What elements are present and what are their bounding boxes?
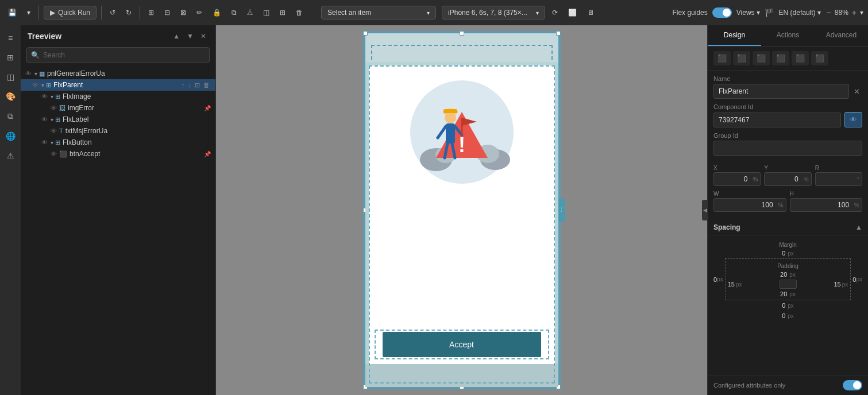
tool-btn-2[interactable]: ⊟	[161, 6, 173, 19]
treeview-collapse-up[interactable]: ▲	[171, 31, 182, 41]
dropdown-button[interactable]: ▾	[24, 6, 34, 19]
visibility-icon[interactable]: 👁	[51, 127, 57, 134]
device-selector[interactable]: Select an item ▾	[321, 6, 436, 20]
device-label[interactable]: iPhone 6, 6s, 7, 8 (375×... ▾	[442, 6, 545, 20]
tree-label: FlxParent	[53, 81, 179, 89]
tool-btn-8[interactable]: ◫	[260, 6, 273, 19]
layout-btn-2[interactable]: 🖥	[584, 6, 597, 19]
tree-node-imgError[interactable]: 👁 🖼 imgError 📌	[21, 102, 215, 114]
treeview-close[interactable]: ✕	[198, 31, 209, 41]
sidebar-icon-theme[interactable]: 🎨	[2, 88, 19, 104]
quick-run-button[interactable]: ▶ Quick Run	[44, 6, 97, 20]
visibility-icon[interactable]: 👁	[41, 139, 48, 146]
w-field: W %	[713, 191, 786, 212]
align-top-button[interactable]: ⬛	[772, 51, 789, 65]
panel-collapse-button[interactable]: ◀	[702, 200, 708, 220]
bottom-footer: Configured attributes only	[708, 375, 868, 395]
visibility-icon[interactable]: 👁	[25, 70, 32, 77]
h-input[interactable]	[790, 199, 852, 211]
undo-button[interactable]: ↺	[106, 6, 119, 19]
selection-handle-tl[interactable]	[363, 31, 368, 36]
redo-button[interactable]: ↻	[122, 6, 135, 19]
tree-node-txtMsjErrorUa[interactable]: 👁 T txtMsjErrorUa	[21, 125, 215, 137]
flex-guides-toggle[interactable]	[712, 7, 732, 18]
tree-label: txtMsjErrorUa	[65, 127, 211, 135]
tool-btn-7[interactable]: ⧊	[244, 6, 256, 19]
tree-node-FlxButton[interactable]: 👁 ▾ ⊞ FlxButton	[21, 137, 215, 148]
delete-button[interactable]: 🗑	[202, 82, 211, 89]
align-left-button[interactable]: ⬛	[713, 51, 731, 65]
tab-advanced[interactable]: Advanced	[815, 25, 868, 46]
sidebar-icon-layout[interactable]: ⧉	[4, 108, 17, 125]
tool-btn-9[interactable]: ⊞	[276, 6, 289, 19]
align-bottom-button[interactable]: ⬛	[811, 51, 828, 65]
layout-btn-1[interactable]: ⬜	[565, 6, 580, 19]
refresh-button[interactable]: ⟳	[549, 6, 561, 19]
visibility-icon[interactable]: 👁	[41, 116, 48, 123]
selection-handle-tr[interactable]	[556, 31, 561, 36]
align-center-v-button[interactable]: ⬛	[792, 51, 809, 65]
chevron-down-icon[interactable]: ▾	[41, 82, 44, 88]
tab-actions[interactable]: Actions	[761, 25, 815, 46]
flex-guides-label: Flex guides	[672, 9, 707, 17]
align-right-button[interactable]: ⬛	[753, 51, 770, 65]
treeview-collapse-down[interactable]: ▼	[184, 31, 196, 41]
configured-toggle[interactable]	[843, 380, 862, 390]
tool-btn-5[interactable]: 🔒	[209, 6, 225, 19]
save-button[interactable]: 💾	[5, 6, 20, 19]
align-center-h-button[interactable]: ⬛	[733, 51, 750, 65]
visibility-icon[interactable]: 👁	[51, 104, 57, 111]
chevron-down-icon[interactable]: ▾	[34, 71, 37, 77]
tool-btn-3[interactable]: ⊠	[177, 6, 190, 19]
language-button[interactable]: EN (default) ▾	[779, 9, 821, 17]
visibility-icon[interactable]: 👁	[32, 82, 38, 88]
tree-node-FlxImage[interactable]: 👁 ▾ ⊞ FlxImage	[21, 91, 215, 102]
component-id-eye-button[interactable]: 👁	[844, 112, 862, 127]
tool-btn-1[interactable]: ⊞	[145, 6, 157, 19]
zoom-out-button[interactable]: −	[825, 8, 832, 17]
side-handle[interactable]: ···	[558, 199, 565, 222]
tree-node-pnlGeneralErrorUa[interactable]: 👁 ▾ ▦ pnlGeneralErrorUa	[21, 68, 215, 79]
x-input[interactable]	[714, 173, 750, 185]
chevron-down-icon-4: ▾	[817, 9, 821, 17]
tree-node-FlxLabel[interactable]: 👁 ▾ ⊞ FlxLabel	[21, 114, 215, 125]
chevron-down-icon[interactable]: ▾	[51, 140, 53, 146]
chevron-down-icon[interactable]: ▾	[51, 94, 53, 100]
sidebar-icon-layers[interactable]: ≡	[5, 30, 16, 46]
name-clear-button[interactable]: ✕	[851, 85, 862, 98]
copy-button[interactable]: ⊡	[194, 82, 201, 89]
padding-top-px: px	[789, 272, 796, 278]
selection-handle-tm[interactable]	[460, 31, 464, 36]
sidebar-icon-components[interactable]: ⊞	[3, 49, 17, 65]
move-up-button[interactable]: ↑	[180, 82, 186, 89]
group-id-input[interactable]	[713, 141, 862, 156]
move-down-button[interactable]: ↓	[187, 82, 193, 89]
visibility-icon[interactable]: 👁	[41, 93, 48, 100]
y-input[interactable]	[765, 173, 801, 185]
treeview-actions: ▲ ▼ ✕	[171, 31, 209, 41]
tool-btn-4[interactable]: ✏	[193, 6, 206, 19]
name-input[interactable]	[713, 84, 849, 99]
tool-btn-6[interactable]: ⧉	[228, 6, 240, 19]
tab-design[interactable]: Design	[708, 25, 761, 46]
tool-btn-10[interactable]: 🗑	[292, 6, 306, 19]
chevron-down-icon[interactable]: ▾	[51, 117, 53, 123]
spacing-collapse-button[interactable]: ▲	[855, 223, 862, 231]
component-id-input[interactable]	[713, 113, 841, 127]
accept-area: Accept	[369, 324, 555, 364]
accept-button[interactable]: Accept	[383, 332, 541, 357]
views-button[interactable]: Views ▾	[736, 9, 760, 17]
visibility-icon[interactable]: 👁	[51, 150, 57, 157]
zoom-in-button[interactable]: +	[851, 8, 858, 17]
main-layout: ≡ ⊞ ◫ 🎨 ⧉ 🌐 ⚠ Treeview ▲ ▼ ✕ 🔍 👁 ▾ ▦	[0, 25, 868, 395]
search-input[interactable]	[26, 47, 210, 63]
tree-node-btnAccept[interactable]: 👁 ⬛ btnAccept 📌	[21, 148, 215, 160]
save-icon: 💾	[8, 9, 17, 17]
tree-node-FlxParent[interactable]: 👁 ▾ ⊞ FlxParent ↑ ↓ ⊡ 🗑	[21, 79, 215, 91]
w-unit: %	[776, 202, 786, 208]
sidebar-icon-globe[interactable]: 🌐	[2, 128, 19, 144]
r-input[interactable]	[816, 173, 855, 185]
sidebar-icon-alert[interactable]: ⚠	[3, 148, 18, 164]
w-input[interactable]	[714, 199, 776, 211]
sidebar-icon-assets[interactable]: ◫	[3, 69, 18, 85]
